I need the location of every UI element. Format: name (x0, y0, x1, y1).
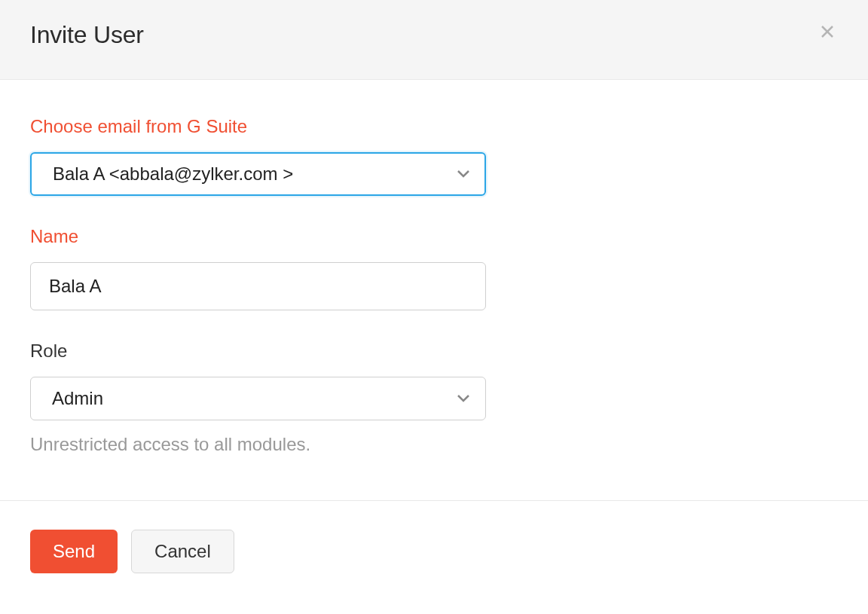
role-select-value: Admin (52, 388, 103, 409)
role-select-wrap: Admin (30, 377, 486, 420)
name-group: Name (30, 226, 838, 310)
email-group: Choose email from G Suite Bala A <abbala… (30, 116, 838, 196)
modal-header: Invite User (0, 0, 868, 80)
role-group: Role Admin Unrestricted access to all mo… (30, 341, 838, 455)
role-label: Role (30, 341, 838, 362)
email-select[interactable]: Bala A <abbala@zylker.com > (30, 152, 486, 196)
name-input[interactable] (30, 262, 486, 310)
email-select-value: Bala A <abbala@zylker.com > (53, 163, 293, 185)
role-select[interactable]: Admin (30, 377, 486, 420)
close-icon (820, 24, 835, 39)
modal-footer: Send Cancel (0, 500, 868, 602)
close-button[interactable] (817, 21, 838, 42)
name-label: Name (30, 226, 838, 247)
role-help-text: Unrestricted access to all modules. (30, 434, 838, 455)
email-select-wrap: Bala A <abbala@zylker.com > (30, 152, 486, 196)
send-button[interactable]: Send (30, 530, 118, 573)
modal-body: Choose email from G Suite Bala A <abbala… (0, 80, 868, 500)
email-label: Choose email from G Suite (30, 116, 838, 137)
cancel-button[interactable]: Cancel (131, 530, 234, 573)
modal-title: Invite User (30, 21, 838, 49)
